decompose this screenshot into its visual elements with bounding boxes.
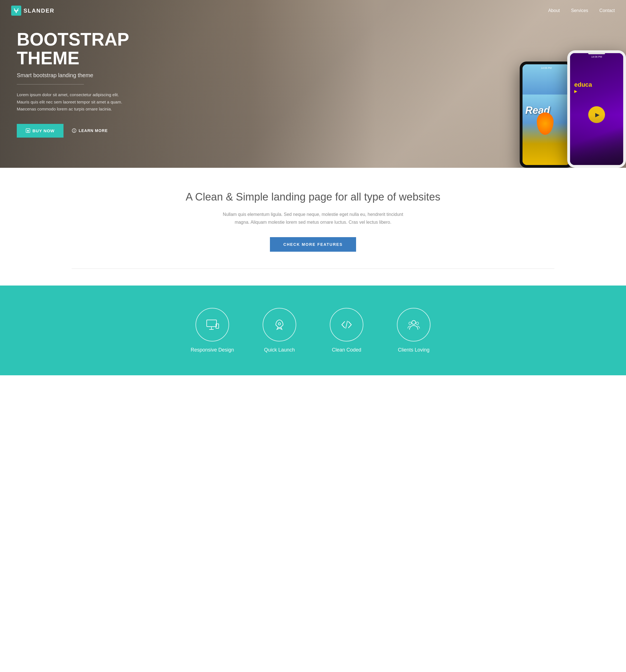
logo-icon bbox=[11, 6, 21, 16]
svg-point-12 bbox=[412, 320, 416, 325]
middle-description: Nullam quis elementum ligula. Sed neque … bbox=[215, 211, 411, 226]
phone-white: 14:06 PM educa ▶ ▶ bbox=[567, 50, 626, 168]
quicklaunch-icon-circle bbox=[263, 308, 296, 341]
phone-speaker bbox=[588, 53, 605, 54]
navigation: SLANDER About Services Contact bbox=[0, 0, 626, 21]
phone-black: 14:06 PM Read bbox=[520, 62, 573, 168]
svg-rect-6 bbox=[207, 320, 216, 327]
phone-black-time: 14:06 PM bbox=[541, 67, 552, 69]
middle-title: A Clean & Simple landing page for all ty… bbox=[11, 190, 615, 204]
responsive-icon-circle bbox=[195, 308, 229, 341]
nav-contact[interactable]: Contact bbox=[599, 8, 615, 13]
quicklaunch-label: Quick Launch bbox=[264, 347, 295, 353]
feature-responsive: Responsive Design bbox=[187, 308, 237, 353]
hero-title: BOOTSTRAP THEME bbox=[17, 30, 129, 68]
logo[interactable]: SLANDER bbox=[11, 6, 54, 16]
svg-point-2 bbox=[28, 132, 29, 132]
hero-phones: 14:06 PM Read 14:06 PM educa ▶ bbox=[520, 50, 626, 168]
features-section: Responsive Design Quick Launch bbox=[0, 286, 626, 375]
phone-black-screen: 14:06 PM Read bbox=[523, 64, 570, 165]
cleancoded-label: Clean Coded bbox=[332, 347, 361, 353]
svg-point-4 bbox=[74, 129, 74, 130]
svg-point-10 bbox=[278, 323, 281, 325]
svg-point-14 bbox=[416, 322, 419, 325]
middle-section: A Clean & Simple landing page for all ty… bbox=[0, 168, 626, 286]
feature-clients: Clients Loving bbox=[389, 308, 439, 353]
nav-about[interactable]: About bbox=[548, 8, 560, 13]
learn-more-button[interactable]: LEARN MORE bbox=[72, 128, 108, 133]
buy-now-button[interactable]: BUY NOW bbox=[17, 124, 64, 138]
hero-subtitle: Smart bootstrap landing theme bbox=[17, 72, 129, 78]
phone-app-educa: 14:06 PM educa ▶ ▶ bbox=[570, 53, 623, 165]
nav-links: About Services Contact bbox=[548, 8, 615, 13]
hero-buttons: BUY NOW LEARN MORE bbox=[17, 124, 129, 138]
educa-arrow: ▶ bbox=[574, 89, 577, 93]
nav-services[interactable]: Services bbox=[571, 8, 588, 13]
svg-line-11 bbox=[346, 321, 347, 328]
phone-app-read: 14:06 PM Read bbox=[523, 64, 570, 165]
character-bg bbox=[570, 115, 623, 165]
users-icon bbox=[407, 318, 421, 332]
svg-point-13 bbox=[409, 322, 412, 325]
phone-white-screen: 14:06 PM educa ▶ ▶ bbox=[570, 53, 623, 165]
clients-icon-circle bbox=[397, 308, 431, 341]
app-educa-title: educa bbox=[574, 81, 592, 88]
phone-white-time: 14:06 PM bbox=[591, 55, 602, 58]
code-icon bbox=[340, 318, 353, 332]
hero-divider bbox=[17, 84, 84, 85]
monitor-icon bbox=[205, 318, 219, 332]
features-grid: Responsive Design Quick Launch bbox=[11, 308, 615, 353]
hero-section: BOOTSTRAP THEME Smart bootstrap landing … bbox=[0, 0, 626, 168]
logo-text: SLANDER bbox=[23, 7, 54, 14]
feature-quicklaunch: Quick Launch bbox=[254, 308, 305, 353]
hero-content: BOOTSTRAP THEME Smart bootstrap landing … bbox=[0, 30, 145, 138]
feature-cleancoded: Clean Coded bbox=[321, 308, 372, 353]
learn-more-label: LEARN MORE bbox=[78, 128, 108, 133]
middle-divider bbox=[72, 268, 554, 269]
responsive-label: Responsive Design bbox=[190, 347, 234, 353]
svg-point-1 bbox=[27, 132, 28, 132]
cart-icon bbox=[26, 128, 30, 133]
cleancoded-icon-circle bbox=[330, 308, 363, 341]
buy-now-label: BUY NOW bbox=[32, 128, 54, 133]
clients-label: Clients Loving bbox=[398, 347, 430, 353]
rocket-icon bbox=[273, 318, 286, 332]
circle-info-icon bbox=[72, 128, 76, 133]
check-features-button[interactable]: CHECK MORE FEATURES bbox=[270, 237, 356, 252]
hero-description: Lorem ipsum dolor sit amet, consectetur … bbox=[17, 91, 129, 113]
